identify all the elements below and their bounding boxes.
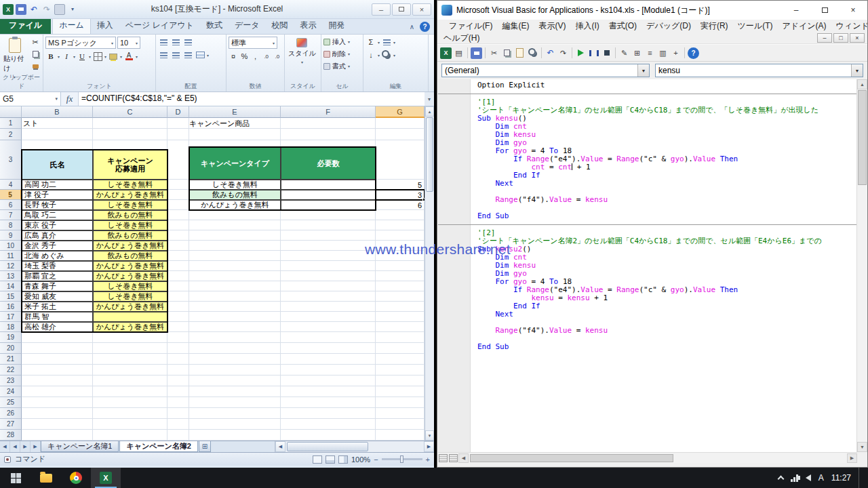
roster-name-cell[interactable]: 東京 役子	[22, 220, 93, 230]
redo-icon[interactable]: ↷	[41, 4, 52, 15]
tray-expand-icon[interactable]	[777, 476, 784, 483]
grid-cell[interactable]	[167, 375, 189, 386]
grid-cell[interactable]	[167, 365, 189, 375]
formula-input[interactable]: =COUNTIF(C$4:C$18,"=" & E5)	[79, 92, 425, 106]
sheet-vertical-scrollbar[interactable]: ▲▼	[425, 106, 434, 441]
grid-cell[interactable]	[189, 302, 281, 312]
align-top-button[interactable]	[158, 37, 169, 47]
column-header-E[interactable]: E	[189, 106, 281, 118]
hscroll-thumb[interactable]	[287, 442, 368, 451]
redo-icon[interactable]: ↷	[557, 47, 569, 59]
find-select-button[interactable]	[381, 49, 392, 60]
grid-cell[interactable]	[281, 343, 376, 354]
grid-cell[interactable]	[189, 129, 281, 140]
grid-cell[interactable]	[189, 271, 281, 281]
roster-name-cell[interactable]: 長野 牧子	[22, 200, 93, 210]
undo-icon[interactable]: ↶	[545, 47, 556, 59]
zoom-slider[interactable]	[382, 458, 422, 460]
row-header-9[interactable]: 9	[0, 230, 22, 241]
row-header-28[interactable]: 28	[0, 430, 22, 441]
row-header-7[interactable]: 7	[0, 210, 22, 220]
grid-cell[interactable]	[93, 397, 167, 408]
number-format-select[interactable]: 標準▾	[229, 37, 277, 49]
ribbon-tab-校閲[interactable]: 校閲	[266, 18, 294, 34]
fill-color-button[interactable]	[108, 51, 119, 62]
grid-cell[interactable]	[167, 190, 189, 200]
code-horizontal-scrollbar[interactable]: ◀ ▶	[438, 452, 857, 463]
grid-cell[interactable]	[167, 343, 189, 354]
grid-cell[interactable]	[376, 302, 425, 312]
code-line[interactable]: Next	[438, 310, 857, 319]
grid-cell[interactable]	[376, 291, 425, 302]
row-header-10[interactable]: 10	[0, 241, 22, 251]
grid-cell[interactable]	[167, 332, 189, 343]
hscroll-left-icon[interactable]: ◀	[275, 441, 285, 452]
grid-cell[interactable]	[167, 302, 189, 312]
grid-cell[interactable]	[22, 332, 93, 343]
minimize-button[interactable]: –	[372, 3, 391, 16]
grid-cell[interactable]	[22, 354, 93, 365]
copy-icon[interactable]	[501, 47, 513, 59]
grid-cell[interactable]	[376, 408, 425, 419]
ribbon-tab-挿入[interactable]: 挿入	[91, 18, 119, 34]
grid-cell[interactable]	[189, 291, 281, 302]
child-close-button[interactable]: ×	[850, 33, 865, 43]
roster-name-cell[interactable]: 北海 めぐみ	[22, 251, 93, 261]
grid-cell[interactable]	[167, 261, 189, 271]
row-header-11[interactable]: 11	[0, 251, 22, 261]
grid-cell[interactable]	[281, 302, 376, 312]
roster-campaign-cell[interactable]: しそ巻き無料	[93, 291, 167, 302]
toolbox-icon[interactable]: +	[670, 47, 682, 59]
grid-cell[interactable]	[281, 375, 376, 386]
menu-表示(V)[interactable]: 表示(V)	[534, 20, 570, 33]
summary-count-cell[interactable]	[281, 180, 376, 190]
horizontal-scrollbar-thumb[interactable]	[470, 454, 673, 462]
ribbon-tab-開発[interactable]: 開発	[323, 18, 351, 34]
grid-cell[interactable]	[22, 419, 93, 430]
volume-icon[interactable]	[806, 474, 811, 481]
cells-button-書式[interactable]: 書式▾	[323, 61, 361, 71]
row-header-25[interactable]: 25	[0, 397, 22, 408]
cell-a1-overflow-text[interactable]: スト	[23, 118, 64, 129]
vba-close-button[interactable]: ×	[839, 1, 867, 20]
grid-cell[interactable]	[167, 312, 189, 322]
roster-campaign-cell[interactable]: しそ巻き無料	[93, 200, 167, 210]
grid-cell[interactable]	[189, 343, 281, 354]
grid-cell[interactable]	[167, 210, 189, 220]
percent-button[interactable]: %	[239, 51, 249, 62]
grid-cell[interactable]	[376, 397, 425, 408]
vba-maximize-button[interactable]	[810, 1, 839, 20]
roster-campaign-cell[interactable]: しそ巻き無料	[93, 281, 167, 291]
grid-cell[interactable]	[281, 354, 376, 365]
grid-cell[interactable]	[281, 312, 376, 322]
insert-worksheet-tab[interactable]: ⊞	[199, 441, 211, 452]
grid-cell[interactable]	[189, 386, 281, 397]
font-color-button[interactable]: A	[123, 51, 134, 62]
ribbon-tab-表示[interactable]: 表示	[294, 18, 323, 34]
italic-button[interactable]: I	[61, 51, 72, 62]
excel-icon[interactable]: X	[3, 4, 14, 15]
autosum-button[interactable]: Σ	[366, 37, 376, 47]
minimize-ribbon-icon[interactable]: ∧	[407, 22, 417, 32]
grid-cell[interactable]	[167, 251, 189, 261]
grid-cell[interactable]	[167, 230, 189, 241]
row-header-13[interactable]: 13	[0, 271, 22, 281]
row-header-4[interactable]: 4	[0, 180, 22, 190]
select-all-corner[interactable]	[0, 106, 22, 118]
grid-cell[interactable]	[376, 129, 425, 140]
grid-cell[interactable]	[93, 129, 167, 140]
grid-cell[interactable]	[167, 271, 189, 281]
code-line[interactable]: Range("f4").Value = kensu	[438, 327, 857, 335]
ribbon-tab-ページ レイアウト[interactable]: ページ レイアウト	[119, 18, 200, 34]
ribbon-tab-データ[interactable]: データ	[229, 18, 266, 34]
roster-campaign-cell[interactable]: かんぴょう巻き無料	[93, 271, 167, 281]
sheet-vscroll-thumb[interactable]	[426, 117, 433, 192]
grid-cell[interactable]	[281, 261, 376, 271]
properties-window-icon[interactable]: ≡	[644, 47, 656, 59]
summary-type-cell[interactable]: しそ巻き無料	[189, 180, 281, 190]
grid-cell[interactable]	[22, 397, 93, 408]
row-header-26[interactable]: 26	[0, 408, 22, 419]
sheet-nav-first[interactable]: ◀	[0, 441, 10, 452]
menu-ウィンドウ(W)[interactable]: ウィンドウ(W)	[831, 20, 868, 33]
grid-cell[interactable]	[167, 430, 189, 441]
